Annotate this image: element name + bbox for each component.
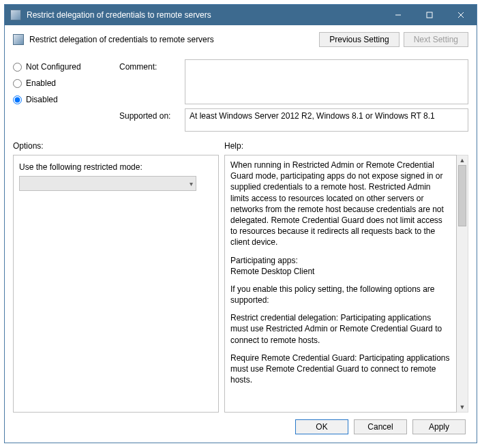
radio-enabled-input[interactable] [13,79,22,88]
radio-enabled[interactable]: Enabled [13,78,115,88]
radio-enabled-label: Enabled [26,78,56,88]
scroll-thumb[interactable] [458,165,466,226]
help-text: Require Remote Credential Guard: Partici… [230,353,451,386]
scroll-up-icon: ▲ [460,157,466,164]
ok-button[interactable]: OK [295,419,348,434]
comment-input[interactable] [185,59,468,104]
dialog-buttons: OK Cancel Apply [13,413,468,436]
help-section-label: Help: [224,141,243,151]
help-text: When running in Restricted Admin or Remo… [230,160,451,248]
restricted-mode-select[interactable] [19,176,196,191]
state-radio-group: Not Configured Enabled Disabled [13,59,115,104]
window-title: Restrict delegation of credentials to re… [27,10,382,20]
svg-rect-1 [427,12,432,18]
dialog-content: Restrict delegation of credentials to re… [5,25,477,443]
radio-disabled[interactable]: Disabled [13,95,115,104]
maximize-button[interactable] [414,5,445,25]
next-setting-button[interactable]: Next Setting [404,32,468,47]
cancel-button[interactable]: Cancel [354,419,407,434]
setting-name: Restrict delegation of credentials to re… [29,35,315,44]
help-text: If you enable this policy setting, the f… [230,284,451,305]
scroll-down-icon: ▼ [460,404,466,410]
apply-button[interactable]: Apply [412,419,466,434]
radio-not-configured-label: Not Configured [26,62,81,72]
app-icon [10,10,21,20]
minimize-icon [395,12,402,18]
previous-setting-button[interactable]: Previous Setting [319,32,399,47]
titlebar: Restrict delegation of credentials to re… [5,5,477,25]
radio-not-configured[interactable]: Not Configured [13,62,115,72]
help-panel-container: When running in Restricted Admin or Remo… [224,155,468,413]
options-panel: Use the following restricted mode: [13,155,219,413]
radio-not-configured-input[interactable] [13,63,22,72]
help-text: Restrict credential delegation: Particip… [230,312,451,346]
maximize-icon [426,12,433,18]
restricted-mode-label: Use the following restricted mode: [19,162,213,172]
close-button[interactable] [445,5,477,25]
radio-disabled-label: Disabled [26,95,58,104]
help-text: Participating apps: Remote Desktop Clien… [230,255,451,277]
help-scrollbar[interactable]: ▲ ▼ [457,155,468,413]
minimize-button[interactable] [382,5,414,25]
radio-disabled-input[interactable] [13,95,22,104]
options-section-label: Options: [13,141,224,151]
gpedit-setting-dialog: Restrict delegation of credentials to re… [4,4,477,443]
supported-on-text: At least Windows Server 2012 R2, Windows… [185,108,468,132]
help-panel: When running in Restricted Admin or Remo… [224,155,457,413]
setting-icon [13,34,24,45]
supported-on-label: Supported on: [119,108,181,121]
comment-label: Comment: [119,59,181,72]
close-icon [457,12,464,18]
